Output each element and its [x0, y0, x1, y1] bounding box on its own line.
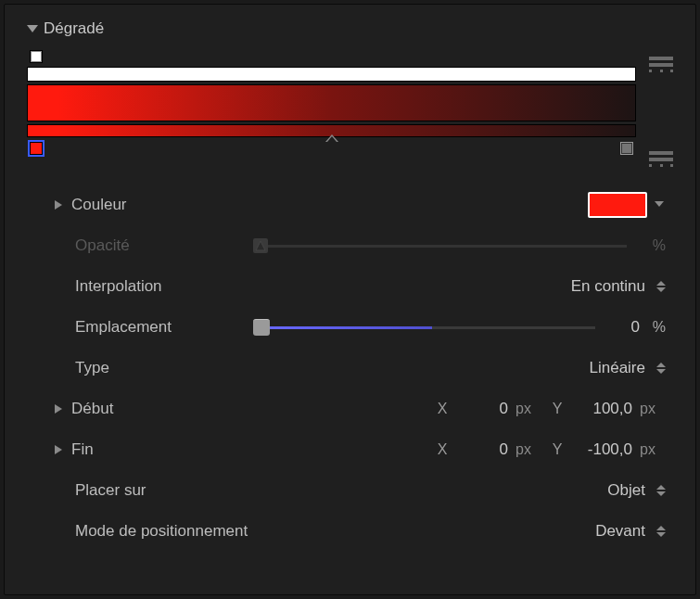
place-on-row: Placer sur Objet — [27, 470, 673, 511]
type-label: Type — [75, 359, 109, 377]
place-on-label: Placer sur — [75, 481, 146, 500]
opacity-slider-thumb — [253, 238, 268, 253]
gradient-inspector-panel: Dégradé — [4, 4, 696, 595]
opacity-stop-handle[interactable] — [30, 50, 43, 63]
end-y-value[interactable]: -100,0 — [573, 440, 632, 459]
end-label: Fin — [71, 440, 94, 459]
end-x-label: X — [434, 441, 451, 458]
location-slider-thumb[interactable] — [253, 319, 270, 336]
end-y-unit: px — [640, 441, 666, 458]
color-well[interactable] — [588, 192, 647, 218]
color-row: Couleur — [27, 185, 673, 225]
opacity-bar[interactable] — [27, 67, 636, 82]
gradient-preview-bar[interactable] — [27, 84, 636, 121]
disclosure-triangle-icon[interactable] — [27, 25, 38, 32]
stepper-icon[interactable] — [656, 526, 666, 537]
location-value[interactable]: 0 — [616, 318, 640, 337]
color-stop-right[interactable] — [620, 142, 633, 155]
disclosure-triangle-icon[interactable] — [55, 404, 62, 414]
section-title: Dégradé — [44, 19, 104, 38]
position-mode-row: Mode de positionnement Devant — [27, 511, 673, 552]
start-y-unit: px — [640, 401, 666, 417]
opacity-row: Opacité % — [27, 225, 673, 266]
location-row: Emplacement 0 % — [27, 307, 673, 348]
section-header[interactable]: Dégradé — [27, 14, 673, 51]
opacity-unit: % — [647, 237, 666, 254]
color-stop-left[interactable] — [30, 142, 43, 155]
gradient-editor — [27, 55, 673, 168]
chevron-down-icon[interactable] — [655, 201, 666, 209]
type-row: Type Linéaire — [27, 348, 673, 389]
type-value[interactable]: Linéaire — [590, 359, 646, 377]
place-on-value[interactable]: Objet — [607, 481, 645, 500]
opacity-label: Opacité — [75, 236, 130, 255]
distribute-opacity-stops-icon[interactable] — [649, 55, 673, 73]
location-slider[interactable] — [255, 326, 595, 329]
disclosure-triangle-icon[interactable] — [55, 200, 62, 210]
interpolation-row: Interpolation En continu — [27, 266, 673, 307]
stepper-icon[interactable] — [656, 485, 666, 496]
distribute-color-stops-icon[interactable] — [649, 149, 673, 168]
end-x-unit: px — [515, 441, 541, 458]
start-y-label: Y — [549, 401, 566, 417]
stepper-icon[interactable] — [656, 281, 666, 292]
position-mode-label: Mode de positionnement — [75, 522, 248, 541]
start-x-value[interactable]: 0 — [458, 400, 508, 418]
midpoint-handle-icon[interactable] — [325, 134, 338, 142]
location-label: Emplacement — [75, 318, 172, 337]
end-row: Fin X 0 px Y -100,0 px — [27, 429, 673, 470]
opacity-gradient-track[interactable] — [27, 67, 636, 157]
end-y-label: Y — [549, 441, 566, 458]
stepper-icon[interactable] — [656, 363, 666, 374]
start-label: Début — [71, 400, 113, 418]
start-x-unit: px — [515, 401, 541, 417]
start-row: Début X 0 px Y 100,0 px — [27, 389, 673, 429]
opacity-slider — [255, 245, 627, 248]
start-y-value[interactable]: 100,0 — [573, 400, 632, 418]
properties-list: Couleur Opacité % Interpola — [27, 185, 673, 552]
disclosure-triangle-icon[interactable] — [55, 445, 62, 454]
color-label: Couleur — [71, 196, 127, 214]
end-x-value[interactable]: 0 — [458, 440, 508, 459]
start-x-label: X — [434, 401, 451, 417]
position-mode-value[interactable]: Devant — [595, 522, 645, 541]
interpolation-value[interactable]: En continu — [571, 277, 645, 296]
location-unit: % — [647, 319, 666, 336]
interpolation-label: Interpolation — [75, 277, 162, 296]
